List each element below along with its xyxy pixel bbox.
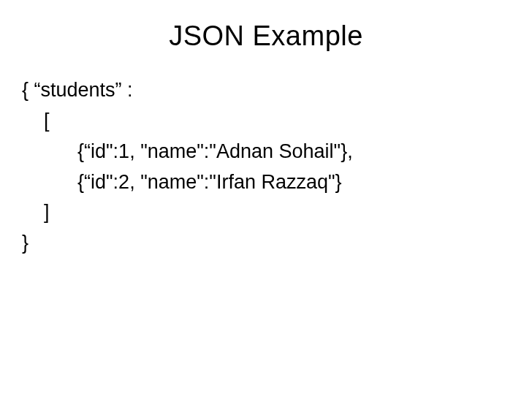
code-line: } [22,228,510,259]
slide: JSON Example { “students” : [ {“id":1, "… [0,0,532,399]
slide-content: { “students” : [ {“id":1, "name":"Adnan … [22,75,510,259]
code-line: ] [22,197,510,228]
slide-title: JSON Example [22,20,510,52]
code-line: {“id":1, "name":"Adnan Sohail"}, [22,137,510,167]
code-line: [ [22,106,510,137]
code-line: { “students” : [22,75,510,106]
code-line: {“id":2, "name":"Irfan Razzaq"} [22,167,510,198]
